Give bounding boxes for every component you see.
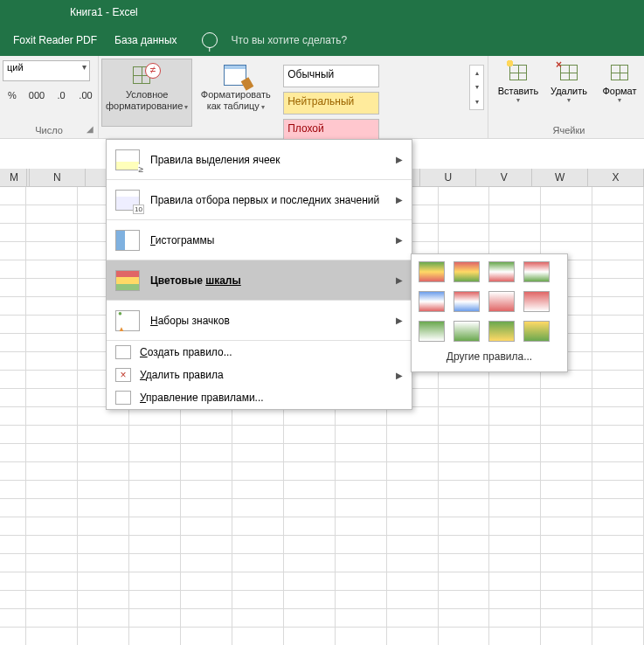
insert-button[interactable]: Вставить▾ — [494, 59, 543, 106]
grid-cell[interactable] — [439, 572, 490, 590]
grid-cell[interactable] — [26, 297, 78, 315]
grid-cell[interactable] — [592, 628, 644, 645]
grid-cell[interactable] — [489, 609, 541, 627]
grid-cell[interactable] — [592, 389, 644, 406]
menu-new-rule[interactable]: Создать правило... — [107, 341, 412, 364]
grid-cell[interactable] — [232, 462, 284, 480]
grid-cell[interactable] — [0, 591, 26, 608]
grid-cell[interactable] — [0, 426, 26, 443]
grid-cell[interactable] — [26, 517, 78, 535]
grid-cell[interactable] — [232, 444, 284, 461]
grid-cell[interactable] — [284, 407, 336, 425]
grid-cell[interactable] — [0, 407, 26, 425]
grid-cell[interactable] — [129, 572, 181, 590]
grid-cell[interactable] — [489, 499, 541, 517]
grid-cell[interactable] — [26, 536, 78, 553]
grid-cell[interactable] — [284, 517, 336, 535]
grid-cell[interactable] — [284, 628, 336, 645]
grid-cell[interactable] — [592, 242, 644, 260]
grid-cell[interactable] — [592, 187, 644, 205]
grid-cell[interactable] — [489, 187, 541, 205]
grid-cell[interactable] — [592, 260, 644, 278]
grid-cell[interactable] — [336, 462, 387, 480]
grid-cell[interactable] — [78, 481, 129, 498]
grid-cell[interactable] — [26, 260, 78, 278]
grid-cell[interactable] — [0, 187, 26, 205]
menu-highlight-cells[interactable]: Правила выделения ячеек ▶ — [107, 140, 412, 179]
grid-cell[interactable] — [489, 628, 541, 645]
grid-cell[interactable] — [181, 554, 232, 572]
grid-cell[interactable] — [336, 628, 387, 645]
grid-cell[interactable] — [181, 444, 232, 461]
color-scale-option[interactable] — [454, 291, 480, 312]
grid-cell[interactable] — [592, 554, 644, 572]
grid-cell[interactable] — [592, 279, 644, 296]
grid-cell[interactable] — [489, 517, 541, 535]
grid-cell[interactable] — [336, 407, 387, 425]
grid-cell[interactable] — [439, 205, 490, 223]
grid-cell[interactable] — [592, 334, 644, 351]
grid-cell[interactable] — [232, 481, 284, 498]
grid-cell[interactable] — [336, 499, 387, 517]
grid-cell[interactable] — [387, 554, 439, 572]
grid-cell[interactable] — [387, 499, 439, 517]
grid-cell[interactable] — [26, 352, 78, 370]
grid-cell[interactable] — [387, 572, 439, 590]
cell-style-neutral[interactable]: Нейтральный — [283, 92, 379, 114]
grid-cell[interactable] — [592, 426, 644, 443]
grid-cell[interactable] — [232, 407, 284, 425]
color-scales-more-rules[interactable]: Другие правила... — [417, 343, 562, 366]
column-header[interactable]: X — [588, 169, 644, 186]
grid-cell[interactable] — [439, 536, 490, 553]
grid-cell[interactable] — [336, 554, 387, 572]
grid-cell[interactable] — [0, 572, 26, 590]
grid-cell[interactable] — [232, 609, 284, 627]
grid-cell[interactable] — [439, 389, 490, 406]
grid-cell[interactable] — [541, 371, 592, 388]
grid-cell[interactable] — [541, 591, 592, 608]
grid-cell[interactable] — [387, 462, 439, 480]
grid-cell[interactable] — [0, 444, 26, 461]
grid-cell[interactable] — [439, 224, 490, 241]
grid-cell[interactable] — [78, 536, 129, 553]
grid-cell[interactable] — [592, 407, 644, 425]
menu-data-bars[interactable]: Гистограммы ▶ — [107, 220, 412, 260]
grid-cell[interactable] — [541, 224, 592, 241]
grid-cell[interactable] — [0, 297, 26, 315]
grid-cell[interactable] — [592, 481, 644, 498]
grid-cell[interactable] — [439, 609, 490, 627]
color-scale-option[interactable] — [454, 321, 480, 342]
grid-cell[interactable] — [181, 462, 232, 480]
grid-cell[interactable] — [181, 536, 232, 553]
cell-styles-more-button[interactable]: ▴▾▾ — [469, 65, 484, 110]
grid-cell[interactable] — [592, 536, 644, 553]
grid-cell[interactable] — [284, 572, 336, 590]
grid-cell[interactable] — [0, 609, 26, 627]
grid-cell[interactable] — [26, 279, 78, 296]
grid-cell[interactable] — [489, 371, 541, 388]
grid-cell[interactable] — [0, 481, 26, 498]
grid-cell[interactable] — [489, 205, 541, 223]
grid-cell[interactable] — [129, 517, 181, 535]
grid-cell[interactable] — [489, 536, 541, 553]
grid-cell[interactable] — [541, 499, 592, 517]
grid-cell[interactable] — [78, 462, 129, 480]
grid-cell[interactable] — [439, 517, 490, 535]
grid-cell[interactable] — [439, 628, 490, 645]
grid-cell[interactable] — [232, 517, 284, 535]
grid-cell[interactable] — [387, 591, 439, 608]
grid-cell[interactable] — [26, 481, 78, 498]
grid-cell[interactable] — [26, 572, 78, 590]
grid-cell[interactable] — [439, 481, 490, 498]
grid-cell[interactable] — [129, 536, 181, 553]
grid-cell[interactable] — [592, 499, 644, 517]
grid-cell[interactable] — [0, 224, 26, 241]
grid-cell[interactable] — [284, 426, 336, 443]
tell-me-search[interactable]: Что вы хотите сделать? — [223, 24, 357, 56]
grid-cell[interactable] — [26, 591, 78, 608]
grid-cell[interactable] — [541, 407, 592, 425]
grid-cell[interactable] — [26, 609, 78, 627]
grid-cell[interactable] — [0, 554, 26, 572]
grid-cell[interactable] — [387, 609, 439, 627]
grid-cell[interactable] — [541, 517, 592, 535]
